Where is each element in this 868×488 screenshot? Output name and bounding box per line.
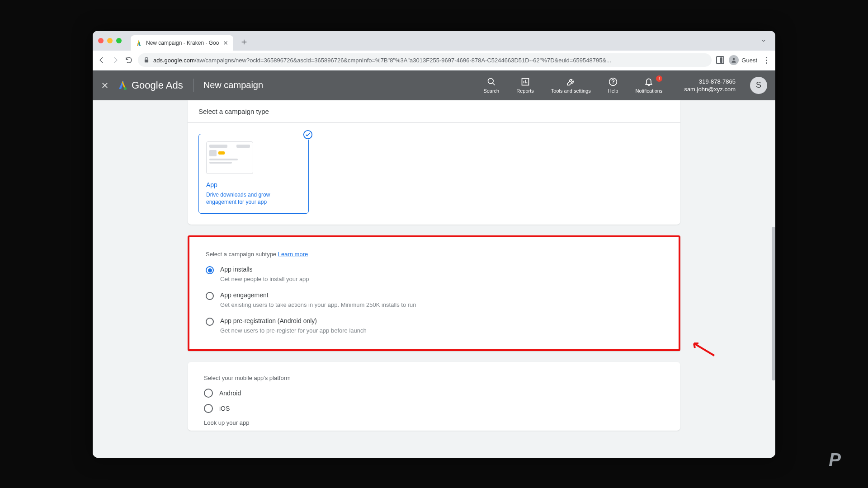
guest-avatar-icon bbox=[729, 55, 739, 65]
lock-icon bbox=[143, 57, 150, 63]
tools-button[interactable]: Tools and settings bbox=[547, 77, 595, 94]
option-title: App pre-registration (Android only) bbox=[220, 317, 367, 324]
tile-title: App bbox=[206, 181, 301, 188]
help-icon bbox=[609, 77, 618, 86]
search-button[interactable]: Search bbox=[479, 77, 504, 94]
notifications-button[interactable]: ! Notifications bbox=[631, 77, 667, 94]
option-desc: Get new users to pre-register for your a… bbox=[220, 327, 367, 334]
account-phone: 319-878-7865 bbox=[699, 78, 736, 85]
browser-menu-button[interactable] bbox=[762, 57, 771, 64]
reports-icon bbox=[521, 77, 530, 86]
forward-button[interactable] bbox=[111, 56, 120, 65]
bell-icon bbox=[644, 77, 653, 86]
url-text: ads.google.com/aw/campaigns/new?ocid=365… bbox=[153, 57, 706, 64]
campaign-type-card: Select a campaign type App Dr bbox=[188, 100, 680, 225]
tab-title: New campaign - Kraken - Goo bbox=[146, 40, 219, 46]
search-icon bbox=[487, 77, 496, 86]
platform-option-android[interactable]: Android bbox=[204, 389, 664, 398]
side-panel-button[interactable] bbox=[716, 56, 724, 64]
chevron-down-icon bbox=[760, 38, 767, 44]
window-minimize-button[interactable] bbox=[107, 38, 113, 43]
browser-window: New campaign - Kraken - Goo ads.google.c… bbox=[93, 31, 775, 458]
subtype-option-preregistration[interactable]: App pre-registration (Android only) Get … bbox=[206, 317, 662, 334]
guest-label: Guest bbox=[741, 57, 757, 64]
annotation-arrow-icon bbox=[689, 340, 717, 358]
subtype-label: Select a campaign subtype Learn more bbox=[206, 251, 662, 258]
radio-icon bbox=[206, 292, 214, 300]
svg-point-2 bbox=[488, 78, 493, 84]
option-title: iOS bbox=[219, 405, 230, 412]
radio-icon bbox=[206, 318, 214, 326]
window-close-button[interactable] bbox=[98, 38, 104, 43]
svg-point-0 bbox=[733, 58, 735, 60]
svg-point-5 bbox=[613, 83, 613, 84]
plus-icon bbox=[241, 38, 248, 46]
browser-tab-bar: New campaign - Kraken - Goo bbox=[93, 31, 775, 51]
app-header: Google Ads New campaign Search Reports T… bbox=[93, 70, 775, 100]
lookup-label: Look up your app bbox=[204, 419, 664, 426]
divider bbox=[193, 79, 193, 92]
option-desc: Get new people to install your app bbox=[220, 276, 309, 282]
ads-logo-icon bbox=[117, 80, 128, 91]
wrench-icon bbox=[566, 77, 576, 86]
selected-check-icon bbox=[303, 130, 313, 140]
radio-icon bbox=[204, 404, 213, 413]
profile-chip[interactable]: Guest bbox=[729, 55, 757, 65]
account-avatar[interactable]: S bbox=[750, 77, 767, 94]
platform-card: Select your mobile app's platform Androi… bbox=[188, 362, 680, 431]
close-tab-icon[interactable] bbox=[222, 40, 229, 46]
help-button[interactable]: Help bbox=[604, 77, 623, 94]
browser-tab[interactable]: New campaign - Kraken - Goo bbox=[131, 35, 233, 51]
platform-option-ios[interactable]: iOS bbox=[204, 404, 664, 413]
platform-label: Select your mobile app's platform bbox=[204, 375, 664, 381]
tabs-dropdown-button[interactable] bbox=[757, 34, 770, 47]
google-ads-logo[interactable]: Google Ads bbox=[117, 80, 183, 91]
svg-point-1 bbox=[124, 87, 127, 90]
campaign-type-thumbnail bbox=[206, 141, 253, 174]
window-controls bbox=[98, 38, 122, 43]
notification-badge: ! bbox=[656, 75, 662, 82]
close-button[interactable] bbox=[101, 81, 109, 89]
reload-button[interactable] bbox=[124, 56, 133, 65]
radio-icon bbox=[206, 266, 214, 274]
campaign-subtype-card: Select a campaign subtype Learn more App… bbox=[188, 235, 680, 351]
address-bar[interactable]: ads.google.com/aw/campaigns/new?ocid=365… bbox=[138, 53, 712, 67]
option-desc: Get existing users to take actions in yo… bbox=[220, 301, 416, 308]
subtype-option-engagement[interactable]: App engagement Get existing users to tak… bbox=[206, 291, 662, 308]
new-tab-button[interactable] bbox=[238, 36, 250, 48]
option-title: Android bbox=[219, 389, 241, 397]
account-info[interactable]: 319-878-7865 sam.john@xyz.com bbox=[684, 78, 736, 93]
scrollbar[interactable] bbox=[772, 227, 775, 380]
campaign-type-app-tile[interactable]: App Drive downloads and grow engagement … bbox=[198, 134, 309, 214]
watermark: P bbox=[829, 450, 841, 470]
radio-icon bbox=[204, 389, 213, 398]
window-maximize-button[interactable] bbox=[116, 38, 122, 43]
page-title: New campaign bbox=[203, 80, 263, 90]
learn-more-link[interactable]: Learn more bbox=[278, 251, 308, 258]
account-email: sam.john@xyz.com bbox=[684, 86, 736, 93]
option-title: App engagement bbox=[220, 291, 416, 299]
google-ads-favicon bbox=[135, 39, 142, 47]
browser-url-bar: ads.google.com/aw/campaigns/new?ocid=365… bbox=[93, 51, 775, 70]
option-title: App installs bbox=[220, 266, 309, 273]
subtype-option-installs[interactable]: App installs Get new people to install y… bbox=[206, 266, 662, 282]
back-button[interactable] bbox=[97, 56, 106, 65]
tile-description: Drive downloads and grow engagement for … bbox=[206, 191, 301, 206]
content-area: Select a campaign type App Dr bbox=[93, 100, 775, 458]
reports-button[interactable]: Reports bbox=[512, 77, 538, 94]
campaign-type-heading: Select a campaign type bbox=[188, 100, 680, 123]
